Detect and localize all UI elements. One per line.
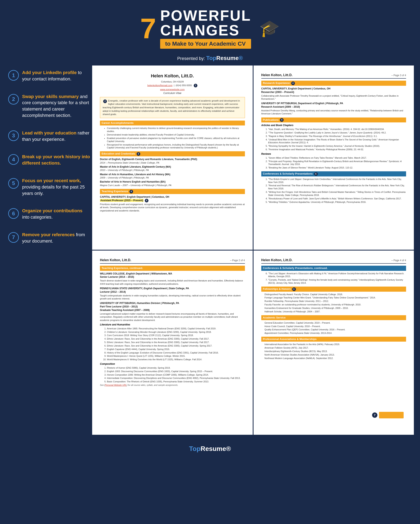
- annotation-badge-2: 2: [103, 99, 107, 103]
- assoc-3: Interdisciplinary Eighteenth-Century Stu…: [265, 350, 406, 353]
- edu-entry-2: Master of Arts in English Literature, Ei…: [100, 165, 245, 172]
- accomplishment-3: Enabled prevention of pervasive student …: [107, 137, 245, 143]
- academic-service-header: Academic Service: [261, 315, 406, 320]
- sidebar-item-6: 6 Organize your contributions into categ…: [8, 208, 90, 220]
- service-2: Honor Code Council, Capital University. …: [265, 325, 406, 328]
- graduation-cap-icon: 🎓: [259, 19, 280, 38]
- comp-course-5: Basic Composition: The Rhetoric of Detro…: [107, 380, 245, 383]
- fellowship-6: Hallmark Scholar, University of Pittsbur…: [265, 310, 406, 313]
- step-1-text: Add your LinkedIn profile to your contac…: [22, 70, 90, 82]
- research-entry-1: CAPITAL UNIVERSITY, English Department |…: [261, 87, 406, 101]
- presented-by: Presented by: TopResume®: [0, 55, 420, 66]
- header-changes: CHANGES: [160, 23, 251, 38]
- accomplishment-2: Demonstrated innate leadership abilities…: [107, 133, 245, 136]
- step-3-text: Lead with your education rather than you…: [22, 130, 90, 143]
- cv-area: Helen Kolton, Litt.D. Columbus, OH 43109…: [92, 66, 414, 435]
- lit-course-6: Ethnic Literature: Race, Sex and Citizen…: [107, 344, 245, 347]
- cv-location-p1: Columbus, OH 43109: [100, 80, 245, 83]
- lit-course-5: Ethnic Literature: Race, Sex and Citizen…: [107, 341, 245, 344]
- lit-course-7: English Capstone (ENG 4444), Capital Uni…: [107, 348, 245, 351]
- accomplishment-1: Consistently challenging current industr…: [107, 127, 245, 133]
- footer-topresume-logo: TopResume®: [4, 445, 416, 453]
- accomplishment-4: Recognized for exceptional performance w…: [107, 143, 245, 149]
- fellowships-list: Distinguished Faculty Award. Faculty Cho…: [261, 293, 406, 313]
- annotation-badge-1: 1: [194, 84, 197, 87]
- lit-course-2: Children's Literature: Generating Wonder…: [107, 331, 245, 334]
- education-badge: 3: [137, 152, 140, 156]
- cv-page-4: Helen Kolton, Litt.D. – Page 4 of 4 Conf…: [253, 251, 414, 435]
- header-subtitle-text: to Make to Your Academic CV: [165, 41, 246, 47]
- annotation-7-area: 7: [371, 412, 404, 418]
- cv-row-2: Helen Kolton, Litt.D. – Page 2 of 4 Teac…: [92, 251, 414, 435]
- article-6: "Feminine Imagination and Waistcoat Pock…: [268, 148, 406, 151]
- cv-label-p1: Curriculum Vitae: [100, 91, 245, 95]
- sidebar-item-2: 2 Swap your skills summary and core comp…: [8, 94, 90, 119]
- conference-2: "Revival and Reversal: The Rise of Ameri…: [268, 184, 406, 190]
- research-badge: 4: [291, 81, 295, 85]
- step-7-text: Remove your references from your documen…: [22, 232, 90, 245]
- header-subtitle-banner: to Make to Your Academic CV: [160, 39, 251, 49]
- conferences-badge: 6: [314, 172, 318, 176]
- header-text-block: POWERFUL CHANGES to Make to Your Academi…: [160, 8, 251, 49]
- header: 7 POWERFUL CHANGES to Make to Your Acade…: [0, 0, 420, 55]
- annotation-7-bar: [379, 412, 404, 418]
- conferences-list-p3: "The British Empire's Lost Slipper: Dang…: [265, 178, 406, 204]
- conf-cont-2: "Corsets, Pockets, and 'Naked Darlings':…: [268, 278, 406, 285]
- cv-email-p1: helenkolton@email.com | (614) 555-5555 1: [100, 84, 245, 87]
- comp-course-1: Rhetoric of Humor (ENG 5086), Capital Un…: [107, 367, 245, 369]
- sidebar-item-3: 3 Lead with your education rather than y…: [8, 130, 90, 143]
- cv-name-p1: Helen Kolton, Litt.D.: [100, 73, 245, 79]
- cv-summary-box: 2 Energetic, creative professor with ove…: [100, 97, 245, 118]
- step-6-text: Organize your contributions into categor…: [22, 208, 90, 220]
- reviews-list: "Seven Miles of Steel Thistles: Reflecti…: [265, 156, 406, 169]
- comp-course-4: Intermediate Composition: Discovering Di…: [107, 377, 245, 380]
- comp-course-2: English 1003: Discovering Discourse Comm…: [107, 370, 245, 373]
- conferences-continued-list: "The Lost Slipper: American's Obsession …: [265, 272, 406, 285]
- research-header: Research Experience 4: [261, 81, 406, 86]
- reviews-header: Reviews: [261, 152, 406, 156]
- article-3: "Ragrok in Mary Shelley's Frankenstein: …: [268, 135, 406, 138]
- present-highlight: Assistant Professor (2015 – Present): [100, 199, 143, 202]
- see-also: See [Personal Website URL] for all cours…: [100, 384, 245, 387]
- assoc-list: International Association for the Fantas…: [261, 343, 406, 360]
- conference-5: "Worlding Trilobites." Extreme Appalachi…: [268, 201, 406, 204]
- lit-course-10: World Masterpieces II: Writing Ourselves…: [107, 358, 245, 361]
- teaching-entry-1: CAPITAL UNIVERSITY, English Department |…: [100, 195, 245, 212]
- sidebar-item-7: 7 Remove your references from your docum…: [8, 232, 90, 245]
- review-1: "Seven Miles of Steel Thistles: Reflecti…: [268, 156, 406, 159]
- annotation-badge-7: 7: [372, 412, 377, 418]
- step-2-text: Swap your skills summary and core compet…: [22, 94, 90, 119]
- conference-3: "Writing from the Fringes: Irish Wonderl…: [268, 191, 406, 197]
- page2-header: Helen Kolton, Litt.D. – Page 2 of 4: [100, 258, 245, 264]
- page3-header: Helen Kolton, Litt.D. – Page 3 of 4: [261, 73, 406, 79]
- review-2: "Principle and Propriety: Regulating Rol…: [268, 160, 406, 166]
- employer-pitt: UNIVERSITY OF PITTSBURGH, Humanities Div…: [100, 302, 245, 322]
- lit-humanities-header: Literature and Humanities: [100, 323, 245, 326]
- service-1: General Education Committee, Capital Uni…: [265, 321, 406, 324]
- sidebar-item-5: 5 Focus on your recent work, providing d…: [8, 178, 90, 196]
- conferences-continued-header: Conferences & Scholarly Presentations, c…: [261, 266, 406, 271]
- lit-courses-list: American Literature After 1865: Reconstr…: [104, 327, 245, 361]
- fellowship-2: Foreign Language Teaching Center Mini-Gr…: [265, 296, 406, 299]
- step-4-text: Break up your work history into differen…: [22, 154, 90, 166]
- assoc-1: International Association for the Fantas…: [265, 343, 406, 346]
- fellowship-1: Distinguished Faculty Award. Faculty Cho…: [265, 293, 406, 296]
- cv-summary-text: Energetic, creative professor with over …: [103, 99, 240, 116]
- article-2: "'The Supreme Question': Gratifying the …: [268, 131, 406, 134]
- lit-course-3: Core Curriculum 2018: Writing Your Story…: [107, 334, 245, 337]
- header-number: 7: [140, 14, 156, 43]
- employer-williams: WILLIAMS COLLEGE, English Department | W…: [100, 272, 245, 286]
- edu-entry-1: Doctor of English, Eighteenth Century an…: [100, 157, 245, 164]
- comp-courses-list: Rhetoric of Humor (ENG 5086), Capital Un…: [104, 367, 245, 383]
- step-7-circle: 7: [8, 232, 19, 243]
- fellowship-4: Faculty Favorite: an outstanding profess…: [265, 303, 406, 306]
- assoc-header: Professional Associations & Memberships: [261, 337, 406, 342]
- page4-header: Helen Kolton, Litt.D. – Page 4 of 4: [261, 258, 406, 264]
- lit-course-8: History of the English Language: Evoluti…: [107, 351, 245, 354]
- presented-by-label: Presented by:: [177, 56, 205, 61]
- main-container: 1 Add your LinkedIn profile to your cont…: [0, 66, 420, 441]
- topresume-logo-header: TopResume®: [206, 55, 243, 61]
- employer-psu: PENNSYLVANIA STATE UNIVERSITY, English D…: [100, 287, 245, 300]
- assoc-4: North American Victorian Studies Associa…: [265, 353, 406, 356]
- conf-cont-1: "The Lost Slipper: American's Obsession …: [268, 272, 406, 278]
